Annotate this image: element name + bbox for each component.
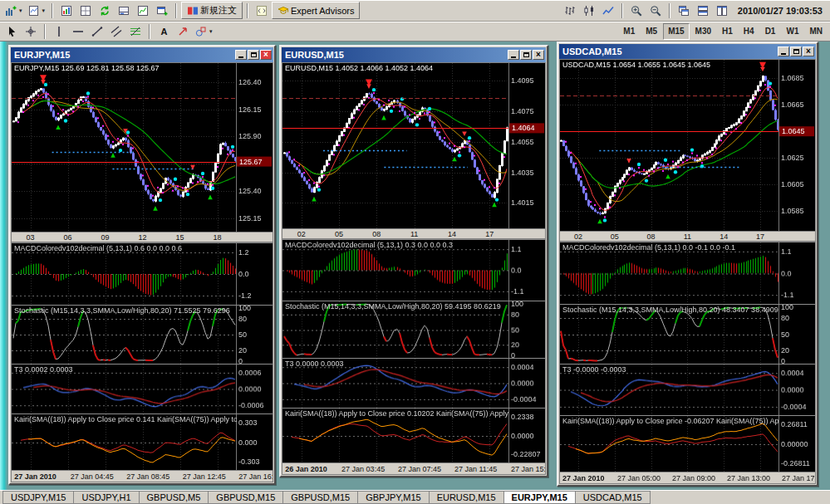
window-close-button[interactable]: ×: [260, 50, 272, 60]
workspace-edge: [0, 42, 7, 490]
kairi-canvas[interactable]: [560, 416, 815, 472]
strategy-tester-button[interactable]: [134, 2, 152, 19]
navigator-button[interactable]: [96, 2, 114, 19]
text-label-button[interactable]: A: [155, 22, 173, 40]
chart-bars-button[interactable]: [561, 2, 579, 19]
chart-window-titlebar[interactable]: USDCAD,M15×: [559, 44, 816, 59]
horizontal-line-button[interactable]: [69, 22, 87, 40]
timeframe-m5-button[interactable]: M5: [641, 23, 662, 40]
toolbar-separator: [44, 24, 46, 39]
chart-window-titlebar[interactable]: EURUSD,M15×: [282, 47, 546, 62]
trendline-button[interactable]: [88, 22, 106, 40]
chart-profiles-button[interactable]: ▾: [26, 2, 48, 19]
chart-tab[interactable]: EURJPY,M15: [504, 491, 576, 504]
new-chart-icon: [5, 5, 17, 17]
price-chart-canvas[interactable]: [560, 60, 815, 231]
tile-vertical-button[interactable]: [713, 2, 731, 19]
window-minimize-button[interactable]: [508, 50, 519, 60]
fibonacci-button[interactable]: [126, 22, 145, 40]
time-tick: 08: [372, 230, 381, 238]
dropdown-arrow-icon: ▾: [209, 28, 213, 35]
timeframe-h1-button[interactable]: H1: [717, 23, 738, 40]
chart-tab[interactable]: EURUSD,M15: [430, 491, 504, 504]
server-clock: 2010/01/27 19:03:53: [738, 6, 823, 16]
chart-tab[interactable]: USDJPY,M15: [2, 491, 74, 504]
chart-candles-button[interactable]: [580, 2, 598, 19]
cursor-button[interactable]: [2, 22, 21, 40]
zoom-in-button[interactable]: [627, 2, 646, 19]
window-restore-button[interactable]: [790, 46, 802, 56]
chart-tab[interactable]: USDCAD,M15: [576, 491, 651, 504]
chart-tab[interactable]: GBPUSD,M15: [209, 491, 283, 504]
zoom-out-button[interactable]: [646, 2, 665, 19]
new-order-button[interactable]: 新規注文: [181, 2, 243, 19]
vertical-line-icon: [53, 26, 65, 37]
chart-tab[interactable]: GBPUSD,M5: [140, 491, 209, 504]
expert-advisors-button[interactable]: Expert Advisors: [272, 2, 360, 19]
time-tick: 17: [485, 230, 494, 238]
arrow-tool-icon: [177, 26, 189, 37]
chart-line-button[interactable]: [599, 2, 617, 19]
chart-window-titlebar[interactable]: EURJPY,M15×: [11, 47, 273, 62]
t3-canvas[interactable]: [12, 365, 273, 414]
timeframe-m30-button[interactable]: M30: [690, 23, 716, 40]
kairi-canvas[interactable]: [282, 409, 545, 462]
timeframe-h4-button[interactable]: H4: [739, 23, 759, 40]
macd-canvas[interactable]: [282, 240, 545, 300]
cascade-windows-button[interactable]: [675, 2, 693, 19]
arrow-tool-button[interactable]: [174, 22, 192, 40]
t3-canvas[interactable]: [560, 365, 815, 414]
metaeditor-icon: [256, 5, 268, 17]
date-scale[interactable]: 27 Jan 201027 Jan 04:4527 Jan 08:4527 Ja…: [12, 470, 273, 482]
new-chart-button[interactable]: ▾: [2, 2, 25, 19]
date-scale[interactable]: 27 Jan 201027 Jan 05:0027 Jan 09:0027 Ja…: [560, 472, 815, 483]
t3-canvas[interactable]: [282, 359, 545, 407]
new-window-button[interactable]: [153, 2, 171, 19]
date-scale[interactable]: 26 Jan 201027 Jan 03:4527 Jan 07:4527 Ja…: [282, 462, 545, 474]
macd-canvas[interactable]: [12, 243, 273, 305]
terminal-button[interactable]: [115, 2, 133, 19]
price-chart-canvas[interactable]: [12, 63, 273, 232]
stoch-canvas[interactable]: [12, 306, 273, 364]
stoch-canvas[interactable]: [560, 305, 815, 364]
timeframe-group: M1M5M15M30H1H4D1W1MN: [618, 23, 828, 40]
macd-canvas[interactable]: [560, 242, 815, 305]
window-restore-button[interactable]: [520, 50, 532, 60]
shapes-button[interactable]: ▾: [193, 22, 215, 40]
timeframe-d1-button[interactable]: D1: [760, 23, 781, 40]
dropdown-arrow-icon: ▾: [42, 7, 46, 14]
restore-icon: [793, 49, 799, 54]
time-scale[interactable]: 020508111417: [560, 231, 815, 242]
window-close-button[interactable]: ×: [533, 50, 544, 60]
window-minimize-button[interactable]: [235, 50, 247, 60]
window-minimize-button[interactable]: [778, 46, 789, 56]
window-restore-button[interactable]: [248, 50, 259, 60]
stoch-canvas[interactable]: [282, 301, 545, 359]
chart-tab[interactable]: GBPJPY,M15: [358, 491, 429, 504]
price-chart-canvas[interactable]: [282, 63, 545, 228]
metaeditor-button[interactable]: [253, 2, 271, 19]
crosshair-button[interactable]: [22, 22, 40, 40]
timeframe-w1-button[interactable]: W1: [781, 23, 803, 40]
chart-window-0: EURJPY,M15×EURJPY,M15 125.69 125.81 125.…: [8, 45, 276, 485]
timeframe-m1-button[interactable]: M1: [618, 23, 640, 40]
channel-button[interactable]: [107, 22, 125, 40]
date-tick: 27 Jan 2010: [562, 474, 605, 482]
date-tick: 27 Jan 03:45: [341, 465, 385, 473]
time-tick: 18: [213, 233, 221, 242]
chart-tab[interactable]: GBPUSD,M15: [283, 491, 358, 504]
chart-window-2: USDCAD,M15×USDCAD,M15 1.0654 1.0655 1.06…: [557, 42, 818, 487]
data-window-button[interactable]: [76, 2, 95, 19]
time-scale[interactable]: 020508111417: [282, 228, 545, 239]
timeframe-m15-button[interactable]: M15: [663, 23, 689, 40]
tile-horizontal-button[interactable]: [694, 2, 712, 19]
date-tick: 27 Jan 15:45: [511, 465, 545, 473]
window-close-button[interactable]: ×: [803, 46, 814, 56]
vertical-line-button[interactable]: [50, 22, 68, 40]
chart-tab[interactable]: USDJPY,H1: [74, 491, 139, 504]
timeframe-mn-button[interactable]: MN: [804, 23, 828, 40]
time-tick: 09: [101, 233, 109, 242]
market-watch-button[interactable]: [57, 2, 76, 19]
time-scale[interactable]: 030609121518: [12, 232, 273, 242]
kairi-canvas[interactable]: [12, 414, 273, 470]
